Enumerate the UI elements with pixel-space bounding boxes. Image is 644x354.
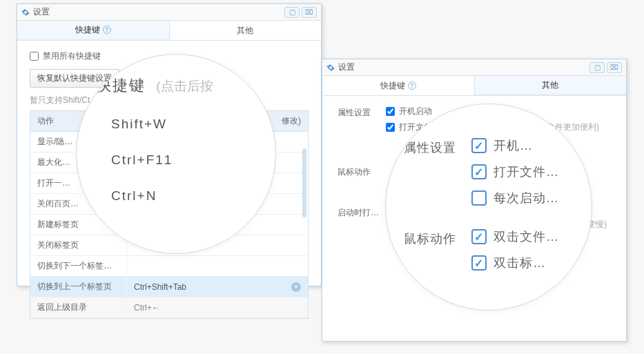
tab-shortcuts[interactable]: 快捷键 ? [17,21,170,40]
clear-shortcut-button[interactable]: × [291,282,301,292]
lens-shortcut: Shift+W [111,117,256,132]
lens-opt-openfile: 打开文件… [471,164,580,180]
table-row[interactable]: 返回上级目录Ctrl+← [30,297,308,318]
lens-shortcut: Ctrl+N [111,188,256,204]
help-icon[interactable]: ? [103,26,111,34]
table-row-selected[interactable]: 切换到上一个标签页 Ctrl+Shift+Tab × [30,277,308,297]
lens-opt-dblfile: 双击文件… [471,228,580,245]
checkbox-icon[interactable] [471,138,487,153]
group-label: 鼠标动作 [338,165,386,178]
tab-label: 快捷键 [75,24,100,36]
lens-opt-dbltab: 双击标… [471,255,580,271]
group-label: 属性设置 [338,106,386,137]
tab-label: 其他 [237,25,253,37]
group-label: 启动时打… [338,206,386,219]
window-btns: ▢ ⌧ [284,7,317,18]
checkbox-icon[interactable] [471,255,487,271]
titlebar: 设置 ▢ ⌧ [17,4,321,21]
checkbox-icon[interactable] [471,164,487,179]
lens-group-label: 鼠标动作 [404,228,471,281]
tab-label: 快捷键 [380,80,405,92]
close-button[interactable]: ⌧ [302,7,317,18]
lens-subtitle: (点击后按 [156,79,213,93]
tab-other[interactable]: 其他 [475,76,627,95]
tab-label: 其他 [542,79,558,91]
magnifier-other: 属性设置 开机… 打开文件… 每次启动… 鼠标动作 双击文件… 双击标… [385,104,592,311]
lens-opt-everystart: 每次启动… [471,190,580,206]
lens-group-label: 属性设置 [404,137,471,216]
window-title: 设置 [33,6,284,18]
tab-shortcuts[interactable]: 快捷键 ? [322,76,475,95]
tabs: 快捷键 ? 其他 [17,21,321,41]
table-row[interactable]: 切换到下一个标签… [30,256,308,277]
tab-other[interactable]: 其他 [170,21,322,40]
checkbox-icon[interactable] [471,229,487,244]
lens-shortcut: Ctrl+F11 [111,153,256,168]
lens-opt-autostart: 开机… [471,137,580,154]
scrollbar[interactable] [302,148,306,217]
window-title: 设置 [338,61,589,73]
maximize-button[interactable]: ▢ [284,7,300,18]
magnifier-shortcuts: 快捷键 (点击后按 Shift+W Ctrl+F11 Ctrl+N [76,54,276,254]
disable-all-checkbox[interactable] [30,52,39,61]
close-button[interactable]: ⌧ [607,62,622,73]
checkbox-icon[interactable] [471,190,487,206]
maximize-button[interactable]: ▢ [589,62,605,73]
help-icon[interactable]: ? [408,81,416,90]
gear-icon [21,8,30,17]
window-btns: ▢ ⌧ [589,62,622,73]
tabs: 快捷键 ? 其他 [322,76,626,96]
checkbox-label: 禁用所有快捷键 [43,50,101,62]
titlebar: 设置 ▢ ⌧ [322,59,626,76]
gear-icon [326,63,335,72]
